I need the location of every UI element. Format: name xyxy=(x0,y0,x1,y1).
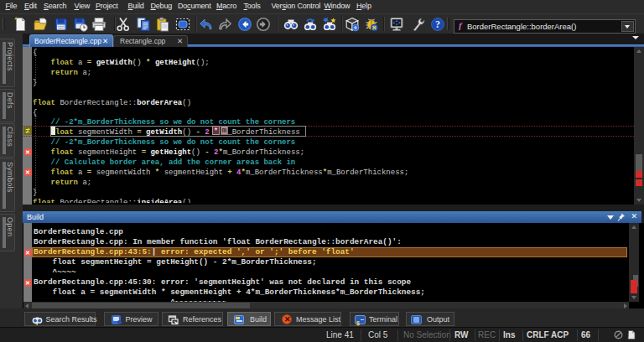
svg-text:?: ? xyxy=(435,18,440,30)
